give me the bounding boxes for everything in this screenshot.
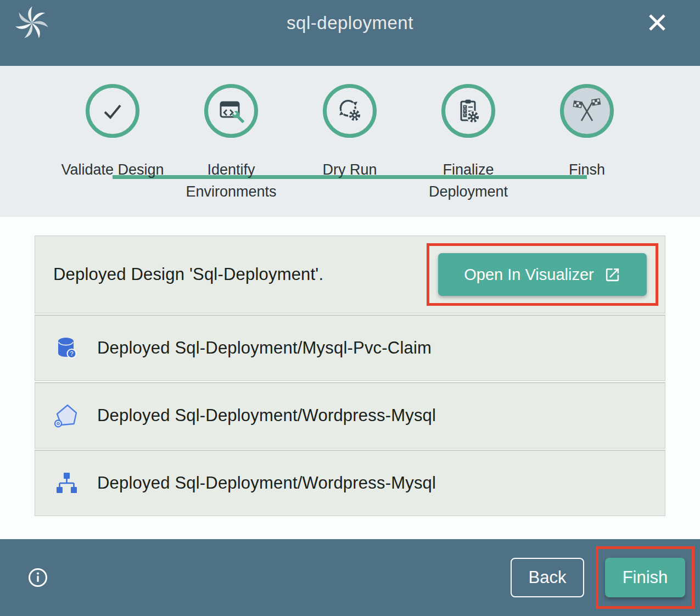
modal-title: sql-deployment [0, 13, 700, 33]
code-wrench-icon [217, 97, 245, 125]
external-link-icon [604, 266, 621, 283]
database-icon: ? [53, 335, 80, 361]
step-label: Identify Environments [178, 159, 284, 203]
back-button[interactable]: Back [511, 558, 584, 597]
modal-footer: Back Finish [0, 539, 700, 616]
step-label: Finalize Deployment [416, 159, 521, 203]
deployed-resource-text: Deployed Sql-Deployment/Wordpress-Mysql [97, 406, 436, 425]
checkered-flags-icon [573, 97, 601, 125]
deployed-resource-text: Deployed Sql-Deployment/Wordpress-Mysql [97, 473, 436, 493]
dry-run-gear-icon [336, 97, 363, 125]
svg-text:?: ? [70, 350, 73, 357]
pentagon-icon [53, 402, 80, 429]
highlight-finish: Finish [596, 546, 695, 609]
modal-header: sql-deployment [0, 0, 700, 66]
step-label: Dry Run [322, 159, 377, 181]
step-validate-design: Validate Design [53, 66, 172, 203]
step-finalize-deployment: Finalize Deployment [409, 66, 528, 203]
deployed-design-text: Deployed Design 'Sql-Deployment'. [53, 265, 323, 284]
deployment-stepper: Validate Design Identify Environments [0, 66, 700, 217]
check-icon [99, 98, 126, 124]
finish-button[interactable]: Finish [605, 558, 685, 597]
results-list: Deployed Design 'Sql-Deployment'. Open I… [35, 236, 665, 516]
hierarchy-icon [53, 470, 80, 496]
step-label: Finsh [569, 159, 605, 181]
clipboard-gear-icon [455, 97, 482, 125]
close-button[interactable] [646, 12, 668, 33]
info-icon [27, 567, 48, 588]
step-finish: Finsh [528, 66, 646, 203]
open-in-visualizer-label: Open In Visualizer [464, 266, 593, 284]
step-circle [204, 84, 258, 138]
step-circle [86, 84, 139, 138]
step-identify-environments: Identify Environments [172, 66, 290, 203]
step-dry-run: Dry Run [290, 66, 409, 203]
step-circle [560, 84, 614, 138]
deployment-results: Deployed Design 'Sql-Deployment'. Open I… [0, 217, 700, 539]
step-label: Validate Design [61, 159, 164, 181]
open-in-visualizer-button[interactable]: Open In Visualizer [438, 253, 647, 296]
step-circle [441, 84, 495, 138]
deployed-resource-text: Deployed Sql-Deployment/Mysql-Pvc-Claim [97, 338, 432, 358]
step-circle [323, 84, 377, 138]
info-button[interactable] [27, 567, 48, 588]
deployed-design-row: Deployed Design 'Sql-Deployment'. Open I… [35, 236, 665, 313]
highlight-open-in-visualizer: Open In Visualizer [427, 243, 658, 306]
deployed-resource-row: Deployed Sql-Deployment/Wordpress-Mysql [35, 450, 665, 516]
deployment-wizard-modal: sql-deployment Validate Design [0, 0, 700, 616]
close-icon [646, 12, 668, 33]
deployed-resource-row: Deployed Sql-Deployment/Wordpress-Mysql [35, 382, 665, 449]
deployed-resource-row: ? Deployed Sql-Deployment/Mysql-Pvc-Clai… [35, 315, 665, 381]
